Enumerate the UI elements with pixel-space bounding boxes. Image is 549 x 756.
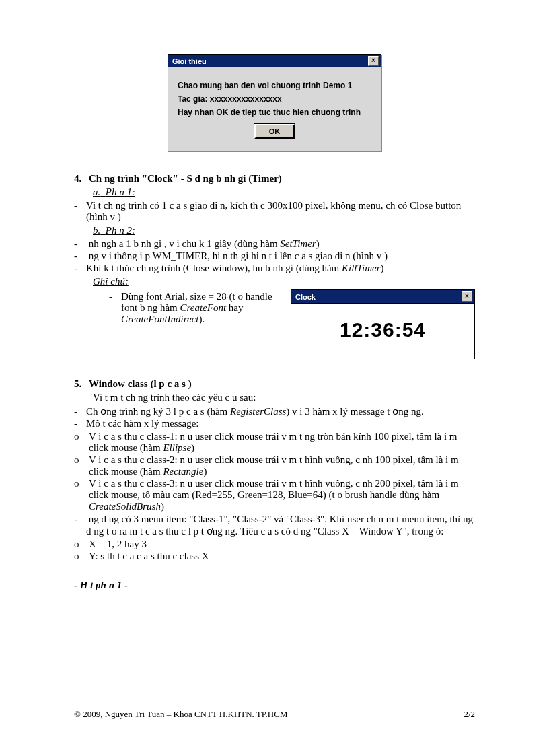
clock-window: Clock × 12:36:54 [291, 289, 475, 359]
section-5-heading: 5.Window class (l p c a s ) [74, 378, 475, 390]
list-item: nh ngh a 1 b nh gi , v i chu k 1 giây (d… [74, 238, 475, 250]
dialog-line: Hay nhan OK de tiep tuc thuc hien chuong… [178, 108, 371, 117]
sec5-sublist: V i c a s thu c class-1: n u user click … [74, 431, 475, 512]
list-item: Y: s th t c a c a s thu c class X [74, 551, 475, 562]
phan-1-label: a. Ph n 1: [93, 186, 475, 198]
sec5-list-2: ng d ng có 3 menu item: "Class-1", "Clas… [74, 514, 475, 537]
phan-2-label: b. Ph n 2: [93, 225, 475, 236]
list-item: V i c a s thu c class-1: n u user click … [74, 431, 475, 454]
clock-titlebar: Clock × [291, 290, 474, 304]
sec5-intro: Vi t m t ch ng trình theo các yêu c u sa… [93, 392, 475, 403]
phan-2-list: nh ngh a 1 b nh gi , v i chu k 1 giây (d… [74, 238, 475, 274]
list-item: ng v i thông i p WM_TIMER, hi n th gi hi… [74, 250, 475, 262]
list-item: Khi k t thúc ch ng trình (Close window),… [74, 263, 475, 274]
dialog-titlebar: Gioi thieu × [168, 55, 381, 67]
ghichu-label: Ghi chú: [93, 276, 475, 287]
end-note: - H t ph n 1 - [74, 580, 475, 591]
section-4-heading: 4.Ch ng trình "Clock" - S d ng b nh gi (… [74, 173, 475, 184]
clock-title: Clock [295, 293, 316, 301]
footer-right: 2/2 [464, 709, 475, 720]
list-item: ng d ng có 3 menu item: "Class-1", "Clas… [74, 514, 475, 537]
list-item: Vi t ch ng trình có 1 c a s giao di n, k… [74, 200, 475, 223]
sec5-list: Ch ơng trình ng ký 3 l p c a s (hàm Regi… [74, 405, 475, 429]
ok-button[interactable]: OK [254, 124, 295, 139]
ghichu-list: Dùng font Arial, size = 28 (t o handle f… [109, 291, 279, 325]
phan-1-list: Vi t ch ng trình có 1 c a s giao di n, k… [74, 200, 475, 223]
clock-time: 12:36:54 [291, 304, 474, 359]
list-item: V i c a s thu c class-2: n u user click … [74, 454, 475, 477]
intro-dialog: Gioi thieu × Chao mung ban den voi chuon… [168, 54, 381, 151]
list-item: X = 1, 2 hay 3 [74, 539, 475, 550]
page-footer: © 2009, Nguyen Tri Tuan – Khoa CNTT H.KH… [74, 709, 475, 720]
footer-left: © 2009, Nguyen Tri Tuan – Khoa CNTT H.KH… [74, 709, 287, 720]
dialog-body: Chao mung ban den voi chuong trinh Demo … [168, 67, 381, 151]
dialog-line: Tac gia: xxxxxxxxxxxxxxxx [178, 94, 371, 104]
list-item: Mô t các hàm x lý message: [74, 418, 475, 429]
close-icon[interactable]: × [368, 56, 379, 66]
dialog-title: Gioi thieu [172, 57, 207, 65]
list-item: V i c a s thu c class-3: n u user click … [74, 478, 475, 512]
close-icon[interactable]: × [462, 291, 472, 302]
sec5-sublist-2: X = 1, 2 hay 3 Y: s th t c a c a s thu c… [74, 539, 475, 562]
list-item: Ch ơng trình ng ký 3 l p c a s (hàm Regi… [74, 405, 475, 417]
dialog-line: Chao mung ban den voi chuong trinh Demo … [178, 81, 371, 90]
list-item: Dùng font Arial, size = 28 (t o handle f… [109, 291, 279, 325]
